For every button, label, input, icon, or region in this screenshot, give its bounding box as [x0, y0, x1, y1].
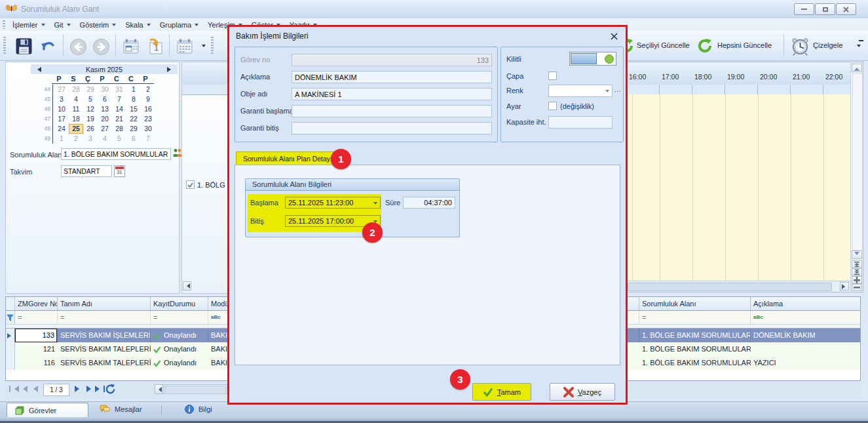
calendar-day[interactable]: 4: [98, 134, 112, 144]
calendar-day[interactable]: 28: [112, 124, 126, 134]
menu-gruplama[interactable]: Gruplama: [155, 20, 203, 30]
toolbar-dropdown-button[interactable]: [198, 41, 206, 49]
cell-aciklama[interactable]: YAZICI: [751, 356, 858, 370]
schedule-button-label[interactable]: Çizelgele: [813, 41, 842, 49]
vazgec-button[interactable]: Vazgeç: [550, 383, 615, 401]
last-page-button[interactable]: [86, 386, 105, 392]
first-page-button[interactable]: [9, 386, 28, 392]
capa-checkbox[interactable]: [548, 71, 557, 80]
cell-aciklama[interactable]: DÖNEMLİK BAKIM: [751, 329, 858, 342]
calendar-prev-icon[interactable]: [35, 67, 41, 72]
calendar-day[interactable]: 10: [54, 104, 69, 114]
table-hscroll-track[interactable]: [164, 384, 227, 394]
undo-button[interactable]: [38, 35, 59, 56]
calendar-day[interactable]: 28: [69, 85, 83, 94]
renk-dropdown[interactable]: [548, 85, 613, 97]
hscroll-thumb[interactable]: [628, 283, 832, 291]
calendar-day[interactable]: 7: [141, 134, 155, 144]
resource-item[interactable]: 1. BÖLG: [186, 180, 225, 189]
cell-sorumluluk-alani[interactable]: 1. BÖLGE BAKIM SORUMLULARI: [639, 356, 751, 370]
calendar-day[interactable]: 22: [126, 114, 141, 124]
gantt-vscrollbar[interactable]: [850, 62, 863, 292]
garanti-baslama-field[interactable]: [292, 105, 492, 117]
cell-kayit-durumu[interactable]: Onaylandı: [151, 356, 208, 370]
cell-tanim-adi[interactable]: SERVİS BAKIM İŞLEMLERİ: [58, 329, 151, 342]
ayar-checkbox[interactable]: [548, 102, 557, 110]
takvim-field[interactable]: STANDART: [61, 165, 112, 177]
close-window-button[interactable]: [836, 3, 856, 15]
calendar-day[interactable]: 30: [141, 124, 155, 134]
calendar-day[interactable]: 13: [98, 104, 112, 114]
table-hscroll-thumb[interactable]: [165, 386, 226, 394]
cell-sorumluluk-alani[interactable]: 1. BÖLGE BAKIM SORUMLULARI: [639, 342, 751, 356]
navigate-back-button[interactable]: [68, 37, 88, 56]
month-view-button[interactable]: [174, 36, 195, 57]
filter-equals[interactable]: =: [639, 311, 751, 324]
filter-abc-icon[interactable]: aBc: [751, 311, 858, 324]
calendar-day-selected[interactable]: 25: [69, 124, 83, 134]
calendar-31-icon[interactable]: 31: [114, 165, 125, 177]
calendar-day[interactable]: 1: [126, 85, 141, 94]
refresh-list-button[interactable]: [105, 384, 116, 396]
aciklama-field[interactable]: DÖNEMLİK BAKIM: [292, 71, 492, 83]
gantt-chart-area[interactable]: [626, 94, 850, 281]
obje-adi-field[interactable]: A MAKİNESİ 1: [292, 88, 492, 100]
calendar-day[interactable]: 18: [69, 114, 83, 124]
update-all-button-label[interactable]: Hepsini Güncelle: [717, 41, 772, 49]
tamam-button[interactable]: Tamam: [472, 383, 531, 401]
kilitli-toggle[interactable]: [569, 52, 616, 66]
toolbar-overflow-button[interactable]: [857, 40, 863, 49]
calendar-day[interactable]: 31: [112, 85, 126, 94]
calendar-day[interactable]: 24: [54, 124, 69, 134]
renk-more-button[interactable]: …: [614, 85, 622, 93]
dialog-close-button[interactable]: [609, 31, 619, 41]
calendar-day[interactable]: 27: [98, 124, 112, 134]
next-page-button[interactable]: [75, 386, 83, 393]
tab-bilgi[interactable]: Bilgi: [185, 405, 212, 414]
filter-equals[interactable]: =: [151, 311, 208, 324]
calendar-day[interactable]: 1: [54, 134, 69, 144]
calendar-day[interactable]: 20: [98, 114, 112, 124]
calendar-day[interactable]: 30: [98, 85, 112, 94]
filter-equals[interactable]: =: [15, 311, 58, 324]
calendar-day[interactable]: 12: [83, 104, 98, 114]
responsibility-area-field[interactable]: 1. BÖLGE BAKIM SORUMLULARI: [61, 148, 171, 160]
col-aciklama[interactable]: Açıklama: [751, 297, 858, 310]
calendar-day[interactable]: 29: [126, 124, 141, 134]
filter-funnel-icon[interactable]: [6, 311, 15, 324]
menu-skala[interactable]: Skala: [121, 20, 155, 30]
navigate-forward-button[interactable]: [91, 37, 111, 56]
hscroll-left-button[interactable]: [183, 281, 191, 291]
calendar-day[interactable]: 15: [126, 104, 141, 114]
vscroll-track[interactable]: [852, 73, 863, 251]
save-button[interactable]: [13, 35, 34, 56]
tab-gorevler[interactable]: Görevler: [7, 403, 88, 418]
schedule-button[interactable]: [789, 35, 811, 57]
update-selected-button[interactable]: Seçiliyi Güncelle: [637, 41, 690, 49]
calendar-day[interactable]: 27: [54, 85, 69, 94]
table-hscroll-left-button[interactable]: [155, 384, 163, 394]
zoom-in-button[interactable]: [852, 276, 862, 284]
calendar-day[interactable]: 4: [69, 94, 83, 104]
calendar-day[interactable]: 5: [112, 134, 126, 144]
zoom-out-button[interactable]: [852, 284, 862, 291]
calendar-day[interactable]: 3: [54, 94, 69, 104]
cell-zmgorev-no[interactable]: 116: [15, 356, 58, 370]
menu-islemler[interactable]: İşlemler: [8, 20, 50, 30]
prev-page-button[interactable]: [30, 386, 38, 393]
calendar-day[interactable]: 14: [112, 104, 126, 114]
calendar-day[interactable]: 3: [83, 134, 98, 144]
col-sorumluluk-alani[interactable]: Sorumluluk Alanı: [639, 297, 751, 310]
calendar-day[interactable]: 6: [126, 134, 141, 144]
cell-kayit-durumu[interactable]: Onaylandı: [151, 329, 208, 342]
calendar-day[interactable]: 29: [83, 85, 98, 94]
cell-tanim-adi[interactable]: SERVİS BAKIM TALEPLERİ: [58, 356, 151, 370]
calendar-day[interactable]: 2: [141, 85, 155, 94]
menu-gosterim[interactable]: Gösterim: [75, 20, 121, 30]
calendar-view-button[interactable]: [121, 36, 142, 57]
garanti-bitis-field[interactable]: [292, 122, 492, 134]
collapse-top-button[interactable]: [852, 260, 862, 268]
minimize-button[interactable]: [794, 3, 814, 15]
collapse-bottom-button[interactable]: [852, 268, 862, 276]
cell-zmgorev-no[interactable]: 133: [15, 329, 57, 342]
